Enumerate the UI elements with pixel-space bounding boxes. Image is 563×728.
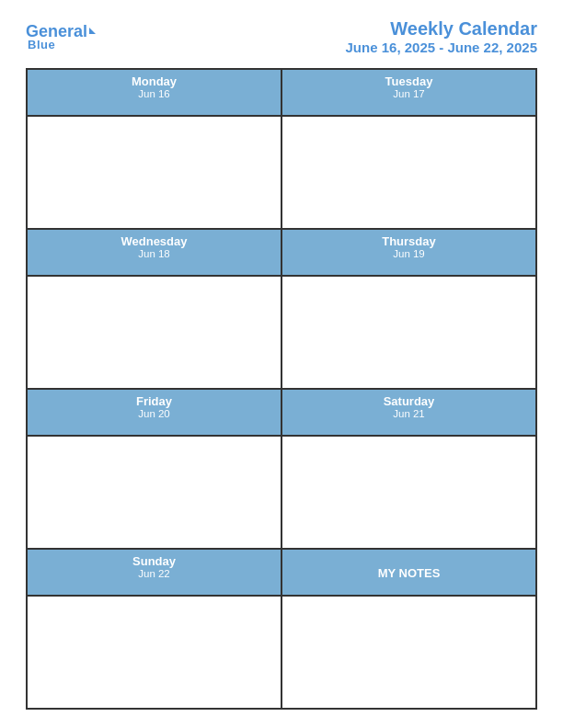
- monday-header: Monday Jun 16: [27, 69, 282, 116]
- saturday-body[interactable]: [282, 436, 536, 549]
- notes-body[interactable]: [282, 596, 536, 709]
- date-range: June 16, 2025 - June 22, 2025: [346, 40, 537, 55]
- saturday-name: Saturday: [284, 394, 534, 408]
- sunday-name: Sunday: [29, 554, 279, 568]
- notes-header: MY NOTES: [282, 549, 536, 596]
- monday-date: Jun 16: [29, 88, 279, 99]
- friday-body[interactable]: [27, 436, 282, 549]
- tuesday-name: Tuesday: [284, 74, 534, 88]
- sunday-date: Jun 22: [29, 568, 279, 579]
- logo-area: General Blue: [26, 23, 96, 51]
- notes-label: MY NOTES: [378, 566, 441, 580]
- header: General Blue Weekly Calendar June 16, 20…: [26, 18, 537, 55]
- sunday-body[interactable]: [27, 596, 282, 709]
- wednesday-date: Jun 18: [29, 248, 279, 259]
- friday-date: Jun 20: [29, 408, 279, 419]
- logo-triangle-icon: [89, 28, 96, 34]
- tuesday-header: Tuesday Jun 17: [282, 69, 536, 116]
- title-area: Weekly Calendar June 16, 2025 - June 22,…: [346, 18, 537, 55]
- tuesday-body[interactable]: [282, 116, 536, 229]
- wednesday-header: Wednesday Jun 18: [27, 229, 282, 276]
- thursday-body[interactable]: [282, 276, 536, 389]
- wednesday-name: Wednesday: [29, 234, 279, 248]
- friday-header: Friday Jun 20: [27, 389, 282, 436]
- calendar-title: Weekly Calendar: [346, 18, 537, 40]
- saturday-header: Saturday Jun 21: [282, 389, 536, 436]
- monday-name: Monday: [29, 74, 279, 88]
- friday-name: Friday: [29, 394, 279, 408]
- thursday-date: Jun 19: [284, 248, 534, 259]
- thursday-header: Thursday Jun 19: [282, 229, 536, 276]
- tuesday-date: Jun 17: [284, 88, 534, 99]
- logo-blue-text: Blue: [26, 38, 55, 51]
- calendar-grid: Monday Jun 16 Tuesday Jun 17 Wednesday J…: [26, 68, 537, 710]
- page: General Blue Weekly Calendar June 16, 20…: [0, 0, 563, 728]
- monday-body[interactable]: [27, 116, 282, 229]
- wednesday-body[interactable]: [27, 276, 282, 389]
- saturday-date: Jun 21: [284, 408, 534, 419]
- sunday-header: Sunday Jun 22: [27, 549, 282, 596]
- thursday-name: Thursday: [284, 234, 534, 248]
